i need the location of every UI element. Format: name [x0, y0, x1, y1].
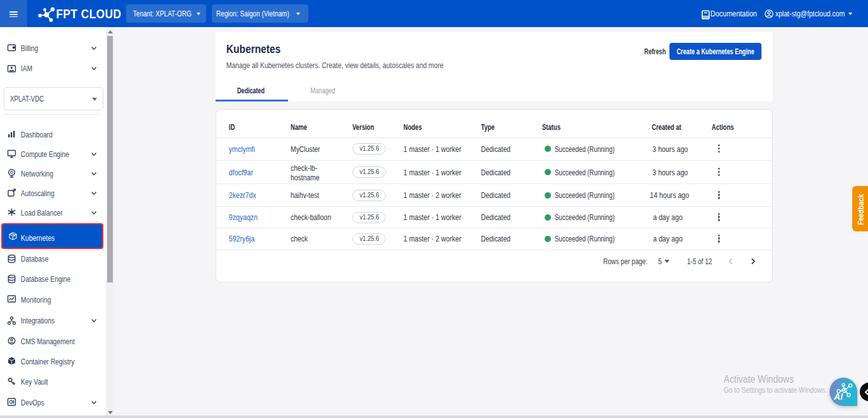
- svg-text:AI: AI: [833, 392, 843, 402]
